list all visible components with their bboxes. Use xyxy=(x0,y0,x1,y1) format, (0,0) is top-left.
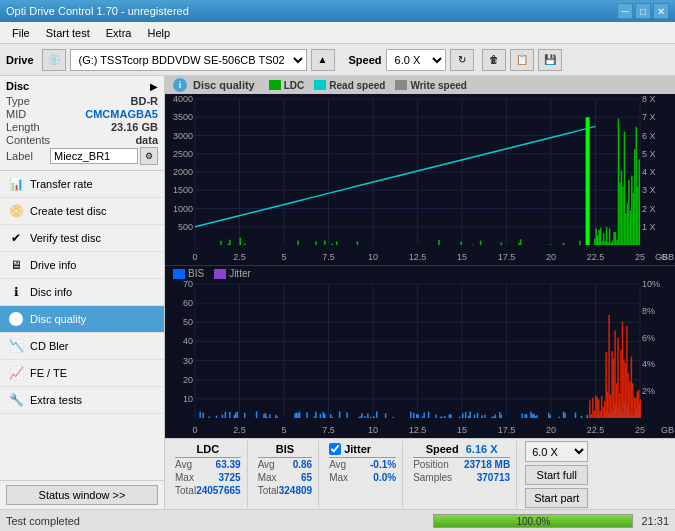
disc-label-row: Label ⚙ xyxy=(6,147,158,165)
legend-bis-box xyxy=(173,269,185,279)
sidebar-item-create-test-disc[interactable]: 📀 Create test disc xyxy=(0,198,164,225)
bis-avg-label: Avg xyxy=(258,459,275,470)
position-row: Position 23718 MB xyxy=(413,458,510,471)
statusbar: Test completed 100.0% 21:31 xyxy=(0,509,675,531)
copy-btn[interactable]: 📋 xyxy=(510,49,534,71)
status-window-btn[interactable]: Status window >> xyxy=(6,485,158,505)
ldc-stats: LDC Avg 63.39 Max 3725 Total 24057665 xyxy=(169,441,248,508)
chart-bis-jitter: BIS Jitter xyxy=(165,265,675,438)
sidebar-item-transfer-rate[interactable]: 📊 Transfer rate xyxy=(0,171,164,198)
legend-jitter: Jitter xyxy=(214,268,251,279)
sidebar-item-verify-test-disc[interactable]: ✔ Verify test disc xyxy=(0,225,164,252)
minimize-button[interactable]: ─ xyxy=(617,3,633,19)
speed-refresh-btn[interactable]: ↻ xyxy=(450,49,474,71)
speed-label: Speed xyxy=(349,54,382,66)
nav-verify-test-disc-label: Verify test disc xyxy=(30,232,101,244)
ldc-avg-row: Avg 63.39 xyxy=(175,458,241,471)
titlebar-title: Opti Drive Control 1.70 - unregistered xyxy=(6,5,189,17)
position-label: Position xyxy=(413,459,449,470)
disc-mid-label: MID xyxy=(6,108,26,120)
main-layout: Disc ▶ Type BD-R MID CMCMAGBA5 Length 23… xyxy=(0,76,675,509)
sidebar-item-cd-bler[interactable]: 📉 CD Bler xyxy=(0,333,164,360)
jitter-stats: Jitter Avg -0.1% Max 0.0% xyxy=(323,441,403,508)
disc-section: Disc ▶ Type BD-R MID CMCMAGBA5 Length 23… xyxy=(0,76,164,171)
jitter-avg-value: -0.1% xyxy=(370,459,396,470)
drive-icon-btn[interactable]: 💿 xyxy=(42,49,66,71)
sidebar-item-disc-quality[interactable]: Disc quality xyxy=(0,306,164,333)
legend-read-speed-box xyxy=(314,80,326,90)
ldc-stats-header: LDC xyxy=(175,441,241,458)
menu-start-test[interactable]: Start test xyxy=(38,25,98,41)
disc-label-input[interactable] xyxy=(50,148,138,164)
bis-avg-row: Avg 0.86 xyxy=(258,458,313,471)
ldc-max-value: 3725 xyxy=(218,472,240,483)
start-part-button[interactable]: Start part xyxy=(525,488,588,508)
disc-quality-header: i Disc quality LDC Read speed Write spee… xyxy=(165,76,675,94)
ldc-max-label: Max xyxy=(175,472,194,483)
legend-read-speed: Read speed xyxy=(314,80,385,91)
legend-write-speed-box xyxy=(395,80,407,90)
disc-info-icon: ℹ xyxy=(8,284,24,300)
bis-total-label: Total xyxy=(258,485,279,496)
ldc-total-row: Total 24057665 xyxy=(175,484,241,497)
disc-arrow-btn[interactable]: ▶ xyxy=(150,81,158,92)
speed-label-text: Speed xyxy=(426,443,459,455)
disc-label-edit-btn[interactable]: ⚙ xyxy=(140,147,158,165)
samples-value: 370713 xyxy=(477,472,510,483)
legend-write-speed: Write speed xyxy=(395,80,467,91)
menu-help[interactable]: Help xyxy=(139,25,178,41)
speed-stats-header: Speed 6.16 X xyxy=(413,441,510,458)
speed-position-stats: Speed 6.16 X Position 23718 MB Samples 3… xyxy=(407,441,517,508)
create-test-disc-icon: 📀 xyxy=(8,203,24,219)
verify-test-disc-icon: ✔ xyxy=(8,230,24,246)
sidebar-item-drive-info[interactable]: 🖥 Drive info xyxy=(0,252,164,279)
close-button[interactable]: ✕ xyxy=(653,3,669,19)
menubar: File Start test Extra Help xyxy=(0,22,675,44)
disc-contents-label: Contents xyxy=(6,134,50,146)
nav-cd-bler-label: CD Bler xyxy=(30,340,69,352)
sidebar-item-extra-tests[interactable]: 🔧 Extra tests xyxy=(0,387,164,414)
maximize-button[interactable]: □ xyxy=(635,3,651,19)
jitter-checkbox[interactable] xyxy=(329,443,341,455)
nav-disc-quality-label: Disc quality xyxy=(30,313,86,325)
disc-header: Disc ▶ xyxy=(6,80,158,92)
sidebar-item-fe-te[interactable]: 📈 FE / TE xyxy=(0,360,164,387)
position-value: 23718 MB xyxy=(464,459,510,470)
legend-write-speed-label: Write speed xyxy=(410,80,467,91)
start-full-button[interactable]: Start full xyxy=(525,465,588,485)
legend-jitter-box xyxy=(214,269,226,279)
menu-file[interactable]: File xyxy=(4,25,38,41)
disc-mid-row: MID CMCMAGBA5 xyxy=(6,108,158,120)
legend-ldc-label: LDC xyxy=(284,80,305,91)
cd-bler-icon: 📉 xyxy=(8,338,24,354)
disc-type-value: BD-R xyxy=(131,95,159,107)
legend-jitter-label: Jitter xyxy=(229,268,251,279)
jitter-max-label: Max xyxy=(329,472,348,483)
sidebar-item-disc-info[interactable]: ℹ Disc info xyxy=(0,279,164,306)
speed-select[interactable]: 6.0 X xyxy=(386,49,446,71)
nav-drive-info-label: Drive info xyxy=(30,259,76,271)
progress-text: 100.0% xyxy=(434,515,632,529)
drive-select[interactable]: (G:) TSSTcorp BDDVDW SE-506CB TS02 xyxy=(70,49,307,71)
transfer-rate-icon: 📊 xyxy=(8,176,24,192)
extra-tests-icon: 🔧 xyxy=(8,392,24,408)
content-area: i Disc quality LDC Read speed Write spee… xyxy=(165,76,675,509)
save-btn[interactable]: 💾 xyxy=(538,49,562,71)
speed-value: 6.16 X xyxy=(466,443,498,455)
legend-ldc: LDC xyxy=(269,80,305,91)
disc-quality-title: Disc quality xyxy=(193,79,255,91)
jitter-avg-label: Avg xyxy=(329,459,346,470)
drive-label: Drive xyxy=(6,54,34,66)
drive-eject-btn[interactable]: ▲ xyxy=(311,49,335,71)
ldc-max-row: Max 3725 xyxy=(175,471,241,484)
speed-quality-select[interactable]: 6.0 X xyxy=(525,441,588,462)
titlebar: Opti Drive Control 1.70 - unregistered ─… xyxy=(0,0,675,22)
stats-bar: LDC Avg 63.39 Max 3725 Total 24057665 BI… xyxy=(165,438,675,509)
jitter-max-value: 0.0% xyxy=(373,472,396,483)
legend-bis-label: BIS xyxy=(188,268,204,279)
disc-length-label: Length xyxy=(6,121,40,133)
menu-extra[interactable]: Extra xyxy=(98,25,140,41)
disc-type-label: Type xyxy=(6,95,30,107)
disc-label-label: Label xyxy=(6,150,33,162)
erase-btn[interactable]: 🗑 xyxy=(482,49,506,71)
